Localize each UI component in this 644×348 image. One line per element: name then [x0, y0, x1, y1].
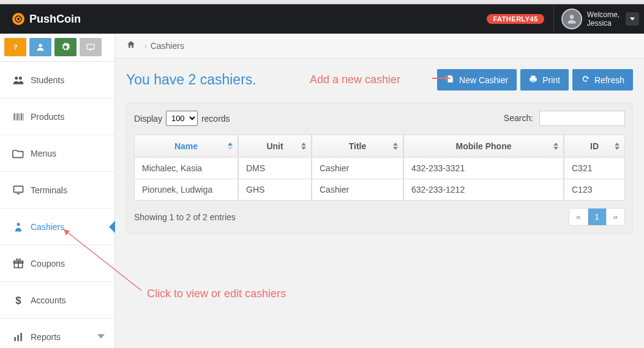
welcome-label: Welcome,	[587, 10, 620, 19]
sidebar-label: Products	[31, 112, 64, 122]
sidebar-item-terminals[interactable]: Terminals	[0, 172, 114, 209]
page-size-select[interactable]: 100	[166, 111, 198, 126]
svg-rect-14	[23, 113, 24, 120]
sidebar-label: Terminals	[31, 185, 67, 195]
svg-text:$: $	[15, 294, 21, 306]
table-row[interactable]: Michalec, KasiaDMSCashier432-233-3321C32…	[134, 158, 625, 179]
print-icon	[529, 75, 537, 85]
col-name[interactable]: Name	[134, 135, 238, 158]
pager-page[interactable]: 1	[588, 209, 607, 225]
table-row[interactable]: Piorunek, LudwigaGHSCashier632-233-1212C…	[134, 179, 625, 201]
svg-rect-10	[16, 113, 17, 120]
sidebar-item-cashiers[interactable]: Cashiers	[0, 209, 114, 245]
svg-rect-24	[20, 333, 22, 341]
svg-point-7	[15, 76, 18, 80]
display-label: Display	[134, 114, 162, 124]
col-title[interactable]: Title	[312, 135, 403, 158]
records-label: records	[201, 114, 230, 124]
sidebar-label: Menus	[31, 149, 56, 158]
refresh-icon	[581, 75, 590, 85]
svg-point-2	[570, 15, 574, 19]
chevron-down-icon	[97, 332, 105, 342]
sidebar: ? Students Products Menus Terminals Cash…	[0, 34, 115, 348]
user-name: Jessica	[587, 19, 620, 28]
person-icon	[10, 221, 27, 233]
col-unit[interactable]: Unit	[238, 135, 312, 158]
annotation-add: Add a new cashier	[310, 73, 400, 86]
search-input[interactable]	[539, 111, 625, 126]
annotation-click: Click to view or edit cashiers	[147, 287, 286, 300]
pagination: « 1 »	[569, 208, 625, 226]
topbar: PushCoin FATHERLY45 Welcome, Jessica	[0, 4, 644, 34]
svg-rect-23	[17, 335, 19, 341]
pager-next[interactable]: »	[607, 209, 624, 225]
print-button[interactable]: Print	[520, 69, 569, 91]
brand-text: PushCoin	[29, 13, 81, 26]
svg-text:?: ?	[13, 43, 18, 51]
svg-rect-5	[87, 44, 94, 49]
sidebar-label: Accounts	[31, 295, 66, 305]
svg-point-1	[17, 18, 20, 20]
dollar-icon: $	[10, 294, 27, 306]
svg-rect-13	[21, 113, 22, 120]
caret-down-icon[interactable]	[626, 12, 639, 26]
svg-rect-22	[14, 337, 16, 341]
screen-button[interactable]	[80, 38, 102, 56]
sidebar-label: Reports	[31, 332, 61, 342]
sidebar-item-products[interactable]: Products	[0, 98, 114, 135]
svg-rect-16	[17, 193, 20, 194]
sidebar-label: Students	[31, 75, 64, 85]
cashiers-table: Name Unit Title Mobile Phone ID Michalec…	[134, 135, 625, 201]
refresh-button[interactable]: Refresh	[572, 69, 633, 91]
sidebar-item-coupons[interactable]: Coupons	[0, 245, 114, 282]
settings-button[interactable]	[54, 38, 77, 56]
breadcrumb-separator: ›	[144, 42, 147, 50]
help-button[interactable]: ?	[4, 38, 26, 56]
folder-icon	[10, 147, 27, 160]
table-panel: Display 100 records Search: Name Unit Ti…	[126, 103, 633, 234]
barcode-icon	[10, 111, 27, 123]
col-id[interactable]: ID	[564, 135, 625, 158]
breadcrumb-current: Cashiers	[151, 41, 184, 51]
sidebar-item-students[interactable]: Students	[0, 62, 114, 98]
page-headline: You have 2 cashiers.	[126, 72, 256, 88]
monitor-icon	[10, 184, 27, 196]
chart-icon	[10, 331, 27, 343]
pager-prev[interactable]: «	[569, 209, 588, 225]
user-button[interactable]	[29, 38, 51, 56]
svg-point-4	[39, 44, 42, 47]
gift-icon	[10, 257, 27, 270]
sidebar-label: Coupons	[31, 259, 65, 268]
svg-rect-11	[17, 113, 18, 120]
sidebar-item-menus[interactable]: Menus	[0, 135, 114, 172]
quickbar: ?	[0, 34, 114, 62]
avatar-icon	[561, 9, 582, 29]
sidebar-item-reports[interactable]: Reports	[0, 319, 114, 348]
annotation-arrow	[432, 78, 451, 79]
sidebar-item-accounts[interactable]: $ Accounts	[0, 282, 114, 319]
sidebar-label: Cashiers	[31, 222, 64, 232]
svg-rect-15	[14, 186, 23, 192]
user-menu[interactable]: Welcome, Jessica	[553, 4, 644, 34]
users-icon	[10, 74, 27, 86]
breadcrumb: › Cashiers	[115, 34, 644, 58]
svg-point-8	[19, 76, 22, 80]
search-label: Search:	[504, 113, 533, 123]
brand-logo[interactable]: PushCoin	[12, 13, 81, 26]
svg-rect-9	[14, 113, 15, 120]
col-mobile[interactable]: Mobile Phone	[403, 135, 564, 158]
svg-point-17	[17, 223, 20, 226]
table-info: Showing 1 to 2 of 2 entries	[134, 212, 236, 222]
svg-rect-12	[20, 113, 20, 120]
coin-icon	[12, 13, 24, 25]
svg-rect-6	[89, 50, 92, 50]
account-badge[interactable]: FATHERLY45	[487, 14, 544, 24]
home-icon[interactable]	[126, 40, 141, 51]
